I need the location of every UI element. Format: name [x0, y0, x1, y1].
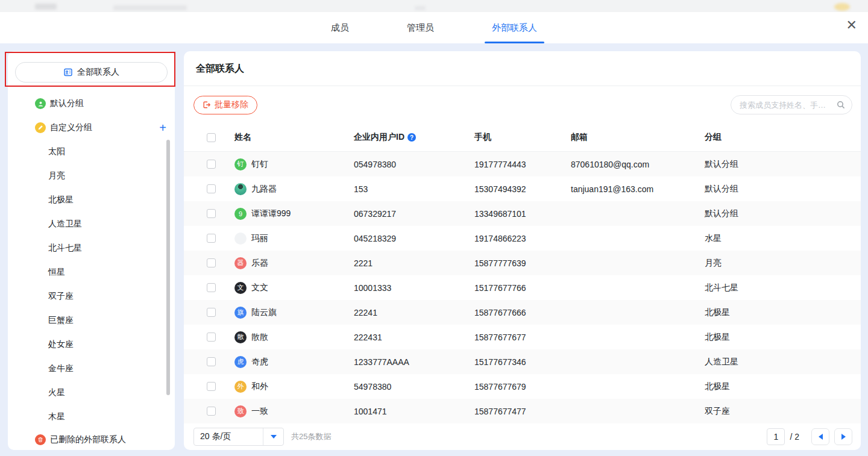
sidebar-item-group[interactable]: 金牛座	[8, 357, 175, 381]
contact-group: 默认分组	[705, 184, 861, 195]
add-group-icon[interactable]: +	[159, 122, 166, 134]
sidebar-item-group[interactable]: 北斗七星	[8, 236, 175, 260]
avatar: 旗	[234, 307, 247, 319]
sidebar-item-label: 金牛座	[48, 363, 74, 374]
table-row[interactable]: 致 一致 1001471 15877677477 双子座	[184, 399, 861, 423]
sidebar-item-label: 自定义分组	[50, 122, 92, 133]
contact-name: 和外	[251, 381, 268, 392]
sidebar-item-group[interactable]: 恒星	[8, 260, 175, 284]
contact-group: 北斗七星	[705, 283, 861, 293]
caret-segment	[263, 428, 283, 445]
row-checkbox[interactable]	[207, 258, 216, 267]
row-checkbox[interactable]	[207, 357, 216, 366]
prev-page-button[interactable]	[811, 428, 829, 445]
contact-group: 月亮	[705, 258, 861, 269]
sidebar-item-group[interactable]: 北极星	[8, 188, 175, 212]
row-checkbox[interactable]	[207, 283, 216, 292]
custom-group-list: 太阳 月亮 北极星 人造卫星 北斗七星 恒星	[8, 140, 175, 429]
row-checkbox[interactable]	[207, 209, 216, 218]
search-input[interactable]	[740, 101, 836, 110]
next-page-button[interactable]	[834, 428, 852, 445]
row-checkbox[interactable]	[207, 407, 216, 416]
select-all-checkbox[interactable]	[207, 133, 216, 142]
row-checkbox[interactable]	[207, 333, 216, 342]
tab-members[interactable]: 成员	[330, 12, 350, 43]
tab-external-contacts[interactable]: 外部联系人	[491, 12, 538, 43]
sidebar-item-label: 太阳	[48, 146, 65, 157]
table-row[interactable]: 器 乐器 2221 15877777639 月亮	[184, 251, 861, 275]
table-body: 钉 钉钉 054978380 19177774443 870610180@qq.…	[184, 152, 861, 423]
contact-name: 九路器	[251, 184, 277, 195]
column-header-group: 分组	[705, 132, 861, 143]
arrow-right-icon	[841, 434, 846, 440]
contact-userid: 054978380	[354, 160, 474, 169]
contact-userid: 153	[354, 184, 474, 194]
contact-name-cell: 玛丽	[234, 233, 354, 245]
all-contacts-label: 全部联系人	[77, 67, 119, 78]
table-row[interactable]: 九路器 153 15307494392 tanjuan191@163.com 默…	[184, 176, 861, 201]
sidebar-item-label: 人造卫星	[48, 219, 82, 230]
sidebar-item-default-group[interactable]: 默认分组	[8, 92, 175, 116]
tab-admins[interactable]: 管理员	[406, 12, 435, 43]
row-checkbox[interactable]	[207, 308, 216, 317]
sidebar-item-group[interactable]: 人造卫星	[8, 212, 175, 236]
sidebar-item-group[interactable]: 木星	[8, 405, 175, 429]
search-icon[interactable]	[836, 100, 846, 110]
contact-phone: 15307494392	[474, 184, 571, 194]
sidebar-item-group[interactable]: 巨蟹座	[8, 308, 175, 333]
sidebar-item-group[interactable]: 处女座	[8, 333, 175, 357]
contact-group: 人造卫星	[705, 357, 861, 367]
arrow-left-icon	[819, 434, 823, 440]
sidebar-item-deleted-contacts[interactable]: 已删除的外部联系人	[8, 429, 175, 451]
sidebar-item-group[interactable]: 月亮	[8, 164, 175, 188]
page-title: 全部联系人	[184, 51, 861, 86]
group-list: 默认分组 自定义分组 + 太阳 月亮 北极星	[8, 92, 175, 451]
sidebar-item-custom-group[interactable]: 自定义分组 +	[8, 116, 175, 140]
table-row[interactable]: 虎 奇虎 1233777AAAA 15177677346 人造卫星	[184, 349, 861, 374]
contact-name-cell: 虎 奇虎	[234, 356, 354, 368]
avatar: 9	[234, 208, 247, 220]
remove-export-icon	[203, 101, 211, 109]
page-number-input[interactable]	[767, 428, 785, 445]
contact-email: 870610180@qq.com	[571, 160, 705, 169]
sidebar-item-group[interactable]: 太阳	[8, 140, 175, 164]
table-row[interactable]: 钉 钉钉 054978380 19177774443 870610180@qq.…	[184, 152, 861, 176]
background-ghost	[415, 6, 426, 10]
table-row[interactable]: 文 文文 10001333 15177677766 北斗七星	[184, 275, 861, 300]
pencil-icon	[35, 122, 46, 133]
avatar: 散	[234, 331, 247, 343]
all-contacts-button[interactable]: 全部联系人	[15, 62, 168, 83]
row-checkbox[interactable]	[207, 382, 216, 391]
contact-name: 一致	[251, 406, 268, 417]
contact-name-cell: 旗 陆云旗	[234, 307, 354, 319]
contact-userid: 22241	[354, 308, 474, 317]
row-checkbox[interactable]	[207, 184, 216, 193]
row-checkbox[interactable]	[207, 160, 216, 169]
page-size-select[interactable]: 20 条/页	[193, 428, 284, 446]
contact-name: 玛丽	[251, 233, 268, 244]
sidebar-item-label: 火星	[48, 387, 65, 398]
sidebar-item-label: 双子座	[48, 291, 74, 302]
background-page-ghost	[0, 0, 868, 12]
avatar: 钉	[234, 158, 247, 170]
table-row[interactable]: 散 散散 222431 15877677677 北极星	[184, 325, 861, 349]
table-row[interactable]: 旗 陆云旗 22241 15877677666 北极星	[184, 300, 861, 325]
table-row[interactable]: 9 谭谭谭999 067329217 13349687101 默认分组	[184, 201, 861, 226]
close-icon[interactable]: ✕	[846, 19, 857, 32]
total-count-label: 共25条数据	[291, 431, 331, 442]
help-icon[interactable]: ?	[407, 133, 416, 142]
sidebar-item-group[interactable]: 火星	[8, 381, 175, 405]
contact-userid: 1001471	[354, 407, 474, 416]
contact-name: 奇虎	[251, 357, 268, 367]
row-checkbox[interactable]	[207, 234, 216, 243]
avatar: 文	[234, 282, 247, 294]
table-row[interactable]: 外 和外 54978380 15877677679 北极星	[184, 374, 861, 399]
batch-remove-button[interactable]: 批量移除	[193, 96, 257, 114]
contact-name: 散散	[251, 332, 268, 343]
column-header-email: 邮箱	[571, 132, 705, 143]
sidebar-item-group[interactable]: 双子座	[8, 284, 175, 308]
avatar: 虎	[234, 356, 247, 368]
sidebar-scrollbar[interactable]	[166, 140, 170, 395]
background-ghost	[834, 3, 850, 11]
table-row[interactable]: 玛丽 045218329 19174866223 水星	[184, 226, 861, 251]
